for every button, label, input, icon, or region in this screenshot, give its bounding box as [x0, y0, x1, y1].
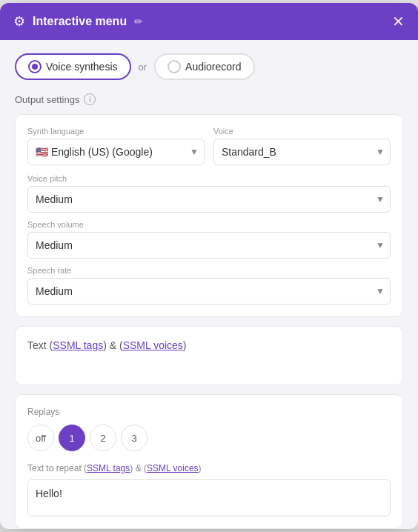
voice-pitch-select-wrapper: Medium Low High ▼ [27, 186, 391, 213]
repeat-text-box[interactable]: Hello! [27, 479, 391, 516]
voice-pitch-group: Voice pitch Medium Low High ▼ [27, 174, 391, 213]
info-icon[interactable]: i [84, 93, 96, 105]
radio-dot [32, 64, 38, 70]
voice-synthesis-radio [28, 60, 42, 73]
synth-language-label: Synth language [27, 127, 205, 136]
voice-select-wrapper: Standard_B ▼ [213, 139, 391, 165]
close-button[interactable]: ✕ [392, 14, 405, 29]
ssml-tags-link[interactable]: SSML tags [53, 339, 103, 351]
text-area-label: Text (SSML tags) & (SSML voices) [27, 339, 187, 351]
replays-section: Replays off 1 2 3 Text to repeat (SSML t… [15, 394, 403, 529]
modal-header: ⚙ Interactive menu ✏ ✕ [0, 3, 418, 40]
audiorecord-label: Audiorecord [185, 61, 242, 73]
speech-volume-label: Speech volume [27, 220, 391, 229]
output-settings-label: Output settings i [15, 93, 403, 105]
menu-icon: ⚙ [13, 13, 25, 30]
replay-off-button[interactable]: off [27, 425, 54, 451]
edit-icon[interactable]: ✏ [134, 16, 143, 27]
replays-buttons: off 1 2 3 [27, 425, 391, 451]
synth-language-select-wrapper: 🇺🇸 English (US) (Google) ▼ [27, 139, 205, 165]
tab-voice-synthesis[interactable]: Voice synthesis [15, 53, 131, 80]
replay-3-button[interactable]: 3 [121, 425, 147, 451]
speech-rate-select[interactable]: Medium Slow Fast [27, 278, 391, 305]
voice-group: Voice Standard_B ▼ [213, 127, 391, 165]
speech-rate-group: Speech rate Medium Slow Fast ▼ [27, 266, 391, 305]
settings-box: Synth language 🇺🇸 English (US) (Google) … [15, 114, 403, 317]
or-text: or [139, 61, 147, 73]
speech-volume-select-wrapper: Medium Low High ▼ [27, 232, 391, 259]
voice-synthesis-label: Voice synthesis [46, 61, 118, 73]
audiorecord-radio [167, 60, 181, 73]
modal-body: Voice synthesis or Audiorecord Output se… [0, 40, 418, 529]
text-area-box[interactable]: Text (SSML tags) & (SSML voices) [15, 326, 403, 385]
replay-2-button[interactable]: 2 [90, 425, 116, 451]
voice-label: Voice [213, 127, 391, 136]
tab-row: Voice synthesis or Audiorecord [15, 53, 403, 80]
speech-volume-group: Speech volume Medium Low High ▼ [27, 220, 391, 259]
repeat-label: Text to repeat (SSML tags) & (SSML voice… [27, 463, 391, 473]
repeat-ssml-tags-link[interactable]: SSML tags [87, 463, 130, 473]
ssml-voices-link[interactable]: SSML voices [123, 339, 183, 351]
repeat-ssml-voices-link[interactable]: SSML voices [147, 463, 199, 473]
speech-rate-label: Speech rate [27, 266, 391, 275]
modal-title: Interactive menu [33, 15, 127, 28]
tab-audiorecord[interactable]: Audiorecord [154, 53, 255, 80]
voice-pitch-label: Voice pitch [27, 174, 391, 183]
lang-voice-row: Synth language 🇺🇸 English (US) (Google) … [27, 127, 391, 165]
replay-1-button[interactable]: 1 [59, 425, 85, 451]
speech-volume-select[interactable]: Medium Low High [27, 232, 391, 259]
replays-label: Replays [27, 407, 391, 417]
voice-select[interactable]: Standard_B [213, 139, 391, 165]
synth-language-select[interactable]: 🇺🇸 English (US) (Google) [27, 139, 205, 165]
synth-language-group: Synth language 🇺🇸 English (US) (Google) … [27, 127, 205, 165]
voice-pitch-select[interactable]: Medium Low High [27, 186, 391, 213]
speech-rate-select-wrapper: Medium Slow Fast ▼ [27, 278, 391, 305]
